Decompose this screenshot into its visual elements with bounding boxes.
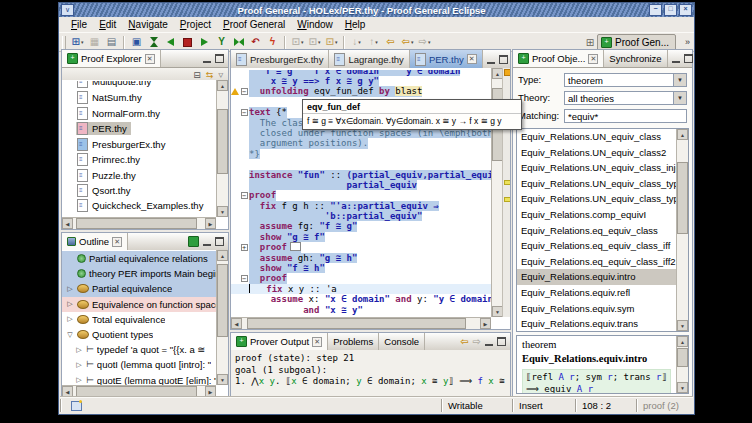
explorer-horizontal-scrollbar[interactable]: ◀ ▶	[62, 217, 216, 229]
detail-scrollbar[interactable]: ▲ ▼	[676, 336, 688, 393]
expand-arrow-icon[interactable]: ▽	[66, 331, 74, 339]
theorem-list-item[interactable]: Equiv_Relations.eq_equiv_class_iff	[517, 238, 676, 254]
scroll-down-icon[interactable]: ▼	[677, 320, 688, 331]
tab-outline[interactable]: Outline ✕	[62, 233, 128, 250]
link-with-editor-icon[interactable]: ⇆	[206, 70, 214, 80]
menu-navigate[interactable]: Navigate	[122, 18, 173, 31]
expand-arrow-icon[interactable]: ▷	[66, 285, 74, 293]
prover-output-text[interactable]: proof (state): step 21goal (1 subgoal):1…	[231, 350, 510, 397]
outline-item[interactable]: ▷⊢quotI (lemma quotI [intro]: "	[62, 357, 216, 372]
outline-item[interactable]: ▷⊢quotE (lemma quotE [elim]: "	[62, 373, 216, 386]
theorem-list-item[interactable]: Equiv_Relations.eq_equiv_class_iff2	[517, 254, 676, 270]
theorem-list-item[interactable]: Equiv_Relations.equiv.intro	[517, 269, 676, 285]
maximize-view-icon[interactable]	[215, 237, 224, 246]
theorem-list-item[interactable]: Equiv_Relations.eq_equiv_class	[517, 223, 676, 239]
theorem-list-item[interactable]: Equiv_Relations.equiv.trans	[517, 316, 676, 331]
editor-tab-presburgerex.thy[interactable]: PresburgerEx.thy	[231, 50, 329, 68]
expand-arrow-icon[interactable]: ▷	[75, 346, 83, 354]
theorem-list-item[interactable]: Equiv_Relations.UN_equiv_class	[517, 129, 676, 145]
close-icon[interactable]: ✕	[145, 54, 155, 64]
scroll-left-icon[interactable]: ◀	[231, 318, 242, 329]
collapse-fold-icon[interactable]: −	[241, 275, 248, 282]
maximize-view-icon[interactable]	[497, 337, 506, 346]
next-annotation-button[interactable]: ↑▾	[365, 34, 382, 50]
explorer-item[interactable]: PresburgerEx.thy	[62, 137, 216, 153]
menu-proof-general[interactable]: Proof General	[217, 18, 291, 31]
outline-vertical-scrollbar[interactable]: ▲ ▼	[216, 250, 228, 385]
type-dropdown[interactable]: theorem ▼	[564, 73, 687, 87]
minimize-view-icon[interactable]	[672, 54, 680, 63]
maximize-view-icon[interactable]	[215, 54, 224, 63]
chevron-down-icon[interactable]: ▼	[673, 74, 686, 86]
expand-arrow-icon[interactable]: ▷	[75, 376, 83, 384]
explorer-item[interactable]: NatSum.thy	[62, 90, 216, 106]
maximize-button[interactable]: □	[664, 4, 677, 16]
theorem-list-item[interactable]: Equiv_Relations.equiv.refl	[517, 285, 676, 301]
open-book-button[interactable]: ▣	[128, 34, 145, 50]
goto-target-button[interactable]: Y	[213, 34, 230, 50]
collapse-fold-icon[interactable]: −	[241, 192, 248, 199]
matching-input[interactable]: *equiv*	[564, 109, 687, 123]
close-icon[interactable]: ✕	[467, 54, 477, 64]
forward-icon[interactable]: ⇨	[473, 336, 481, 347]
outline-item[interactable]: ▷Total equivalence	[62, 312, 216, 327]
tab-console[interactable]: Console	[379, 333, 425, 350]
close-button[interactable]: ×	[679, 4, 692, 16]
maximize-view-icon[interactable]	[499, 55, 508, 64]
warning-overview-mark[interactable]	[504, 69, 510, 76]
scroll-left-icon[interactable]: ◀	[62, 386, 73, 397]
open-perspective-icon[interactable]: ⊞	[586, 37, 594, 48]
tab-prover-output[interactable]: + Prover Output ✕	[231, 333, 328, 350]
perspective-button-proof-general[interactable]: + Proof Gen...	[597, 34, 676, 51]
theorem-list-item[interactable]: Equiv_Relations.comp_equivI	[517, 207, 676, 223]
forward-history-button[interactable]: ⇨▾	[416, 34, 433, 50]
expand-fold-icon[interactable]: +	[241, 244, 248, 251]
outline-item[interactable]: Partial equivalence relations	[62, 251, 216, 266]
menu-window[interactable]: Window	[291, 18, 339, 31]
tab-proof-objects[interactable]: + Proof Obje... ✕	[513, 50, 604, 67]
expand-arrow-icon[interactable]: ▷	[66, 300, 74, 308]
editor-horizontal-scrollbar[interactable]: ◀ ▶	[231, 317, 491, 329]
collapse-all-icon[interactable]: ⊟	[193, 70, 201, 80]
theorem-list-item[interactable]: Equiv_Relations.equiv.sym	[517, 301, 676, 317]
theorem-list-item[interactable]: Equiv_Relations.UN_equiv_class_type	[517, 176, 676, 192]
explorer-item[interactable]: Quickcheck_Examples.thy	[62, 199, 216, 212]
explorer-item[interactable]: PER.thy	[62, 121, 216, 137]
scroll-up-icon[interactable]: ▲	[677, 129, 688, 140]
debug-button[interactable]: ⊡▾	[306, 34, 323, 50]
window-menu-icon[interactable]: ∨	[61, 4, 74, 16]
theorem-list-item[interactable]: Equiv_Relations.UN_equiv_class_type2	[517, 191, 676, 207]
scroll-right-icon[interactable]: ▶	[480, 318, 491, 329]
explorer-item[interactable]: Puzzle.thy	[62, 168, 216, 184]
tab-synchronize[interactable]: Synchronize	[604, 50, 667, 67]
scroll-left-icon[interactable]: ◀	[62, 218, 73, 229]
expand-arrow-icon[interactable]: ▷	[66, 315, 74, 323]
minimize-view-icon[interactable]	[203, 54, 211, 63]
minimize-view-icon[interactable]	[203, 237, 211, 246]
outline-item[interactable]: ▷Equivalence on function spaces	[62, 297, 216, 312]
scroll-down-icon[interactable]: ▼	[677, 382, 688, 393]
undo-step-button[interactable]	[162, 34, 179, 50]
maximize-view-icon[interactable]	[684, 54, 693, 63]
theory-file-list[interactable]: Multiquote.thyNatSum.thyNormalForm.thyPE…	[62, 81, 216, 217]
tab-proof-explorer[interactable]: + Proof Explorer ✕	[62, 50, 161, 67]
editor-tab-lagrange.thy[interactable]: Lagrange.thy	[329, 50, 409, 68]
explorer-vertical-scrollbar[interactable]: ▲ ▼	[216, 80, 228, 217]
back-button[interactable]: ⇦	[382, 34, 399, 50]
stop-button[interactable]	[179, 34, 196, 50]
save-button[interactable]: ▦	[86, 34, 103, 50]
close-icon[interactable]: ✕	[112, 237, 122, 247]
explorer-item[interactable]: NormalForm.thy	[62, 106, 216, 122]
print-button[interactable]: ▤	[103, 34, 120, 50]
minimize-view-icon[interactable]	[485, 337, 493, 346]
toolbar-overflow-chevron[interactable]: »	[685, 37, 690, 47]
title-bar[interactable]: ∨ Proof General - HOLex/PER.thy - Proof …	[59, 3, 694, 17]
retract-all-button[interactable]: ↶	[247, 34, 264, 50]
outline-horizontal-scrollbar[interactable]: ◀ ▶	[62, 385, 216, 397]
theory-dropdown[interactable]: all theories ▼	[564, 91, 687, 105]
scroll-right-icon[interactable]: ▶	[205, 386, 216, 397]
occurrence-mark[interactable]	[504, 180, 510, 185]
scroll-down-icon[interactable]: ▼	[217, 374, 228, 385]
menu-edit[interactable]: Edit	[93, 18, 122, 31]
occurrence-mark[interactable]	[504, 197, 510, 202]
